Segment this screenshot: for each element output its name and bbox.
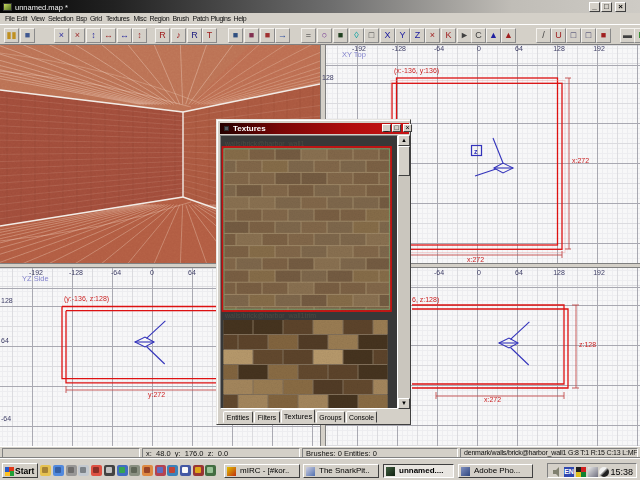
- svg-text:(y:-136, z:128): (y:-136, z:128): [64, 295, 109, 303]
- svg-text:z: z: [474, 148, 478, 155]
- svg-text:64: 64: [515, 45, 523, 52]
- svg-text:(x:-136, y:136): (x:-136, y:136): [394, 67, 439, 75]
- svg-text:-64: -64: [111, 269, 121, 276]
- svg-text:z:128: z:128: [579, 341, 596, 348]
- svg-text:6, z:128): 6, z:128): [412, 296, 439, 304]
- svg-text:192: 192: [593, 45, 605, 52]
- svg-text:128: 128: [553, 269, 565, 276]
- svg-text:128: 128: [1, 297, 13, 304]
- svg-text:-64: -64: [434, 45, 444, 52]
- svg-text:128: 128: [553, 45, 565, 52]
- svg-text:64: 64: [515, 269, 523, 276]
- svg-text:0: 0: [477, 45, 481, 52]
- svg-text:64: 64: [188, 269, 196, 276]
- svg-text:-64: -64: [1, 415, 11, 422]
- svg-text:-128: -128: [392, 45, 406, 52]
- svg-text:0: 0: [150, 269, 154, 276]
- svg-text:192: 192: [593, 269, 605, 276]
- svg-text:64: 64: [1, 337, 9, 344]
- svg-text:x:272: x:272: [484, 396, 501, 403]
- svg-text:128: 128: [322, 74, 334, 81]
- svg-text:x:272: x:272: [467, 256, 484, 263]
- svg-text:YZ Side: YZ Side: [22, 274, 49, 283]
- svg-text:x:272: x:272: [572, 157, 589, 164]
- svg-text:-64: -64: [434, 269, 444, 276]
- svg-text:0: 0: [477, 269, 481, 276]
- svg-text:y:272: y:272: [148, 391, 165, 399]
- svg-text:-128: -128: [69, 269, 83, 276]
- svg-text:XY Top: XY Top: [342, 50, 366, 59]
- svg-text:walls/brick@harbor_wall1trim: walls/brick@harbor_wall1trim: [224, 312, 316, 320]
